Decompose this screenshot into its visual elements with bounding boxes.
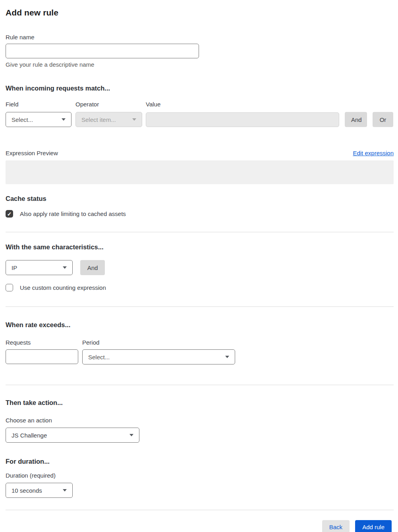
rule-name-label: Rule name	[6, 34, 394, 40]
field-select-value: Select...	[12, 116, 33, 123]
divider	[6, 510, 394, 510]
divider	[6, 385, 394, 385]
action-select[interactable]: JS Challenge	[6, 428, 139, 443]
add-rule-button[interactable]: Add rule	[355, 520, 392, 532]
characteristic-and-button[interactable]: And	[80, 260, 105, 275]
duration-select[interactable]: 10 seconds	[6, 483, 73, 498]
back-button[interactable]: Back	[322, 520, 350, 532]
period-label: Period	[82, 339, 99, 346]
characteristic-select-value: IP	[12, 264, 17, 271]
chevron-down-icon	[225, 356, 229, 358]
chevron-down-icon	[132, 118, 136, 121]
cached-assets-checkbox-label: Also apply rate limiting to cached asset…	[20, 210, 126, 217]
rule-name-input[interactable]	[6, 44, 199, 58]
requests-label: Requests	[6, 339, 82, 346]
field-label: Field	[6, 101, 75, 108]
choose-action-label: Choose an action	[6, 417, 394, 424]
chevron-down-icon	[63, 489, 67, 492]
rule-name-helper: Give your rule a descriptive name	[6, 61, 394, 68]
custom-counting-checkbox-label: Use custom counting expression	[20, 284, 106, 291]
rate-heading: When rate exceeds...	[6, 321, 394, 329]
chevron-down-icon	[129, 434, 133, 436]
match-section-heading: When incoming requests match...	[6, 85, 394, 92]
divider	[6, 306, 394, 307]
divider	[6, 232, 394, 232]
edit-expression-link[interactable]: Edit expression	[353, 150, 394, 156]
action-select-value: JS Challenge	[12, 432, 47, 439]
and-button[interactable]: And	[345, 112, 367, 127]
requests-input[interactable]	[6, 349, 78, 364]
page-title: Add new rule	[6, 8, 394, 17]
cache-status-heading: Cache status	[6, 195, 394, 202]
cached-assets-checkbox[interactable]: ✓	[6, 210, 13, 218]
action-heading: Then take action...	[6, 399, 394, 407]
period-select-value: Select...	[88, 354, 110, 360]
duration-heading: For duration...	[6, 458, 394, 465]
chevron-down-icon	[63, 266, 67, 269]
custom-counting-checkbox[interactable]	[6, 284, 13, 291]
characteristics-heading: With the same characteristics...	[6, 243, 394, 251]
check-icon: ✓	[7, 211, 12, 217]
expression-preview-label: Expression Preview	[6, 150, 58, 156]
chevron-down-icon	[62, 118, 66, 121]
value-label: Value	[146, 101, 160, 108]
duration-select-value: 10 seconds	[12, 487, 42, 494]
operator-label: Operator	[75, 101, 146, 108]
expression-preview-box	[6, 160, 394, 184]
or-button[interactable]: Or	[373, 112, 393, 127]
field-select[interactable]: Select...	[6, 112, 71, 127]
period-select[interactable]: Select...	[82, 349, 235, 364]
operator-select-value: Select item...	[81, 116, 116, 123]
add-rule-form: Add new rule Rule name Give your rule a …	[0, 0, 398, 532]
value-input[interactable]	[146, 112, 339, 127]
duration-label: Duration (required)	[6, 472, 394, 479]
operator-select[interactable]: Select item...	[75, 112, 142, 127]
characteristic-select[interactable]: IP	[6, 260, 73, 275]
